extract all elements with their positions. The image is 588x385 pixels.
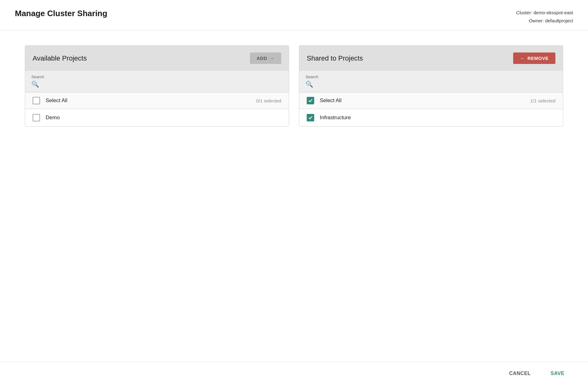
page-footer: CANCEL SAVE [0,362,588,385]
add-btn-label: ADD [257,56,267,61]
available-select-all-label: Select All [46,97,67,104]
cluster-info: Cluster: demo-eksspot-east [516,9,573,17]
cluster-info-block: Cluster: demo-eksspot-east Owner: defaul… [516,9,573,25]
shared-item-left: Infrastructure [307,114,351,121]
search-icon: 🔍 [31,80,39,88]
remove-arrow-icon: ← [520,56,525,61]
available-panel-title: Available Projects [33,54,87,62]
shared-item-label-infra: Infrastructure [320,115,351,121]
shared-search-box: Search 🔍 [299,71,563,93]
shared-search-icon-wrap[interactable]: 🔍 [305,80,557,88]
shared-list-body: Infrastructure [299,109,563,126]
shared-projects-panel: Shared to Projects ← REMOVE Search 🔍 Sel… [299,45,563,127]
remove-btn-label: REMOVE [527,56,549,61]
available-panel-header: Available Projects ADD → [25,46,289,71]
search-icon: 🔍 [305,80,313,88]
list-item[interactable]: Demo [25,109,289,126]
available-search-label: Search [31,75,283,79]
shared-select-all-label: Select All [320,97,341,104]
add-button[interactable]: ADD → [250,52,282,64]
page-header: Manage Cluster Sharing Cluster: demo-eks… [0,0,588,30]
shared-search-label: Search [305,75,557,79]
list-item[interactable]: Infrastructure [299,109,563,126]
checkmark-icon [308,116,313,120]
shared-item-checkbox-infra[interactable] [307,114,314,121]
shared-panel-header: Shared to Projects ← REMOVE [299,46,563,71]
save-button[interactable]: SAVE [546,368,569,379]
available-item-left: Demo [33,114,60,121]
remove-button[interactable]: ← REMOVE [513,52,555,64]
available-item-label-demo: Demo [46,115,60,121]
add-arrow-icon: → [270,56,275,61]
available-item-checkbox-demo[interactable] [33,114,40,121]
shared-select-all-left: Select All [307,97,341,104]
shared-select-all-checkbox[interactable] [307,97,314,104]
shared-panel-title: Shared to Projects [307,54,363,62]
available-selected-count: 0/1 selected [256,98,281,103]
page-title: Manage Cluster Sharing [15,9,107,18]
available-search-box: Search 🔍 [25,71,289,93]
available-projects-panel: Available Projects ADD → Search 🔍 Select… [25,45,289,127]
shared-select-all-row[interactable]: Select All 1/1 selected [299,93,563,109]
checkmark-icon [308,98,313,103]
available-select-all-row[interactable]: Select All 0/1 selected [25,93,289,109]
cancel-button[interactable]: CANCEL [504,368,536,379]
available-select-all-checkbox[interactable] [33,97,40,104]
available-list-body: Demo [25,109,289,126]
available-select-all-left: Select All [33,97,67,104]
available-search-icon-wrap[interactable]: 🔍 [31,80,283,88]
shared-selected-count: 1/1 selected [530,98,555,103]
main-content: Available Projects ADD → Search 🔍 Select… [0,30,588,142]
owner-info: Owner: defaultproject [516,17,573,25]
